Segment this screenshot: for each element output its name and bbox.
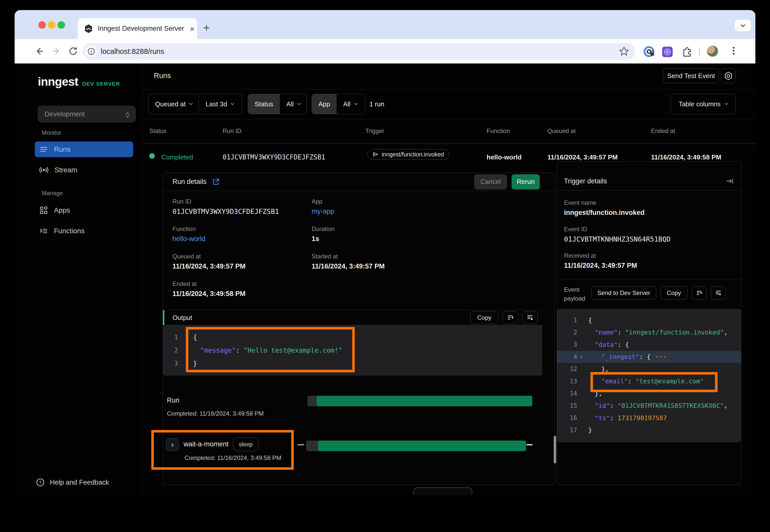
tab-close-icon[interactable]: × [188, 24, 196, 33]
field-label: Function [172, 225, 312, 232]
forward-icon[interactable] [50, 45, 62, 57]
field-label: App [312, 198, 385, 205]
close-window-button[interactable] [38, 21, 46, 29]
expand-rows-icon[interactable] [711, 286, 726, 300]
expand-rows-icon[interactable] [522, 311, 538, 324]
status-filter-dropdown[interactable]: All [280, 94, 307, 114]
monitor-section-label: Monitor [42, 129, 61, 136]
time-field-dropdown[interactable]: Queued at [148, 94, 199, 114]
sidebar-item-apps[interactable]: Apps [35, 203, 133, 218]
table-columns-button[interactable]: Table columns [671, 94, 736, 114]
step-duration-bar[interactable] [318, 441, 526, 451]
status-dot [149, 153, 155, 159]
onepassword-icon[interactable] [644, 46, 655, 58]
code-line: 15"id": "01JCVBTMTKR41S8STTKEXSKX6C", [557, 400, 741, 412]
payload-copy-button[interactable]: Copy [660, 286, 688, 300]
line-number: 16 [557, 414, 577, 421]
wrap-text-icon[interactable] [692, 286, 707, 300]
time-range-dropdown[interactable]: Last 3d [199, 94, 240, 114]
browser-tab[interactable]: Inngest Development Server × [78, 18, 197, 39]
send-to-dev-server-button[interactable]: Send to Dev Server [591, 286, 656, 300]
app-filter-dropdown[interactable]: All [337, 94, 364, 114]
event-payload-code-block: 1{2"name": "inngest/function.invoked",3"… [557, 309, 741, 442]
sidebar-item-stream[interactable]: Stream [35, 162, 133, 178]
minimize-window-button[interactable] [48, 21, 55, 29]
tab-search-button[interactable] [735, 20, 751, 31]
functions-icon [39, 227, 48, 235]
environment-select[interactable]: Development [38, 106, 136, 122]
toolbar-divider [699, 48, 700, 56]
field-value[interactable]: hello-world [172, 235, 312, 243]
row-run-id: 01JCVBTMV3WXY9D3CFDEJFZSB1 [223, 153, 325, 161]
line-number: 13 [557, 378, 577, 385]
code-line: 1{ [163, 331, 542, 344]
field-value[interactable]: my-app [312, 208, 385, 215]
field-label: Run ID [172, 198, 312, 205]
step-end-tick [526, 444, 532, 445]
gear-icon[interactable] [721, 69, 736, 83]
manage-section-label: Manage [42, 190, 63, 197]
field: Queued at11/16/2024, 3:49:57 PM [172, 253, 312, 270]
field-label: Duration [312, 225, 385, 232]
field: Duration1s [312, 225, 385, 243]
sidebar-item-label: Apps [54, 206, 70, 214]
step-expand-chevron[interactable]: › [166, 438, 179, 451]
code-line: 2"message": "Hello test@example.com!" [163, 344, 542, 357]
partial-button[interactable] [413, 487, 472, 495]
chevron-right-icon[interactable]: › [577, 353, 586, 361]
page-title: Runs [154, 72, 171, 80]
back-icon[interactable] [33, 45, 45, 57]
sidebar-item-runs[interactable]: Runs [35, 142, 133, 157]
environment-select-value: Development [45, 110, 85, 118]
sidebar-item-functions[interactable]: Functions [35, 223, 133, 239]
inngest-logo: inngest [38, 75, 78, 88]
puzzle-icon[interactable] [681, 46, 693, 58]
info-icon[interactable] [86, 46, 97, 57]
row-queued-at: 11/16/2024, 3:49:57 PM [547, 153, 618, 161]
star-icon[interactable] [619, 46, 629, 57]
send-test-event-button[interactable]: Send Test Event [663, 69, 719, 83]
wrap-text-icon[interactable] [502, 311, 518, 324]
col-header-ended: Ended at [651, 127, 675, 135]
field-label: Ended at [172, 280, 312, 287]
scrollbar-thumb[interactable] [554, 436, 556, 463]
step-queue-segment [306, 441, 318, 451]
maximize-window-button[interactable] [57, 21, 65, 29]
help-icon: ? [36, 478, 45, 487]
reload-icon[interactable] [67, 45, 79, 57]
code-line: 3} [163, 357, 542, 370]
output-title: Output [172, 314, 466, 322]
field-value: 01JCVBTMTKNHNHZ3SN64R51BQD [564, 235, 671, 243]
select-chevrons-icon [126, 111, 129, 117]
field: Received at11/16/2024, 3:49:57 PM [564, 252, 671, 270]
url-text: localhost:8288/runs [101, 47, 164, 56]
trigger-details-card: Trigger details Event nameinngest/functi… [557, 161, 741, 485]
step-kind-badge: sleep [233, 438, 259, 451]
help-label: Help and Feedback [50, 479, 109, 486]
cancel-button[interactable]: Cancel [474, 174, 507, 189]
trigger-badge[interactable]: inngest/function.invoked [367, 149, 449, 160]
trigger-details-title: Trigger details [564, 177, 607, 185]
browser-tabstrip: Inngest Development Server × + [15, 10, 755, 39]
run-duration-bar[interactable] [317, 396, 532, 406]
col-header-function: Function [487, 127, 510, 135]
rerun-button[interactable]: Rerun [511, 174, 540, 189]
output-copy-button[interactable]: Copy [470, 311, 498, 324]
time-filter-group: Queued at Last 3d [148, 94, 242, 114]
profile-avatar[interactable] [707, 46, 718, 57]
run-details-fields: Run ID01JCVBTMV3WXY9D3CFDEJFZSB1Appmy-ap… [172, 198, 385, 298]
field-value: 1s [312, 235, 385, 243]
status-filter-value: All [287, 100, 294, 108]
browser-toolbar: localhost:8288/runs [15, 39, 755, 63]
code-line[interactable]: 4›"_inngest": {··· [557, 351, 741, 363]
extension-icon[interactable] [662, 46, 673, 58]
new-tab-button[interactable]: + [203, 22, 210, 33]
time-field-value: Queued at [155, 100, 185, 108]
external-link-icon[interactable] [212, 178, 220, 186]
collapse-right-icon[interactable] [726, 177, 734, 185]
address-bar[interactable]: localhost:8288/runs [83, 43, 635, 60]
help-and-feedback[interactable]: ? Help and Feedback [36, 478, 109, 487]
kebab-menu-icon[interactable] [733, 46, 734, 56]
time-range-value: Last 3d [206, 100, 227, 108]
line-number: 12 [557, 365, 577, 373]
